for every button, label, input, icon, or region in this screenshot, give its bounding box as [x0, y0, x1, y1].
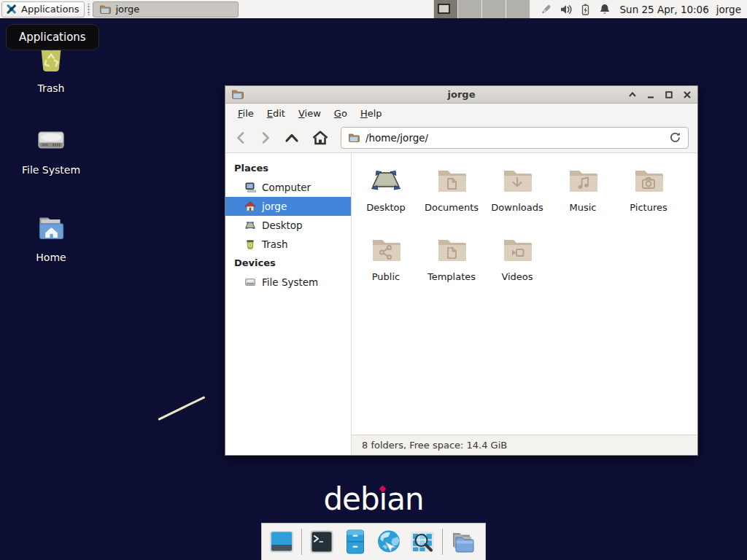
toolbar	[225, 122, 697, 153]
file-item-music[interactable]: Music	[551, 160, 615, 230]
folder-pictures-icon	[631, 163, 666, 198]
desktop-icon-label: Home	[36, 252, 66, 263]
reload-icon[interactable]	[669, 131, 681, 144]
sidebar-item-trash[interactable]: Trash	[225, 235, 351, 254]
desktop-icon-label: File System	[22, 164, 80, 176]
workspace-4[interactable]	[506, 0, 530, 18]
harddrive-icon	[33, 122, 69, 159]
applications-tooltip: Applications	[6, 24, 99, 50]
statusbar: 8 folders, Free space: 14.4 GiB	[352, 435, 697, 455]
file-item-desktop[interactable]: Desktop	[354, 160, 418, 230]
folder-videos-icon	[500, 233, 535, 268]
web-browser-icon[interactable]	[375, 528, 403, 556]
sidebar-header-places: Places	[225, 159, 351, 178]
notifications-bell-icon[interactable]	[598, 3, 611, 16]
workspace-3[interactable]	[482, 0, 506, 18]
menubar: File Edit View Go Help	[225, 104, 697, 122]
file-item-documents[interactable]: Documents	[419, 160, 484, 230]
sidebar-header-devices: Devices	[225, 254, 351, 273]
menu-go[interactable]: Go	[328, 105, 354, 122]
taskbar-folder-icon	[99, 4, 111, 15]
application-finder-icon[interactable]	[409, 528, 436, 556]
workspace-window-thumb	[438, 4, 450, 14]
workspace-2[interactable]	[458, 0, 482, 18]
debian-logo: debıan	[0, 481, 747, 517]
desktop-icon-home[interactable]: Home	[13, 210, 89, 263]
folder-downloads-icon	[500, 163, 535, 198]
file-item-templates[interactable]: Templates	[419, 230, 484, 299]
home-folder-icon	[33, 210, 69, 246]
up-button[interactable]	[284, 131, 300, 145]
statusbar-text: 8 folders, Free space: 14.4 GiB	[362, 440, 507, 451]
maximize-button[interactable]	[665, 90, 673, 99]
desktop-icon	[244, 219, 256, 231]
dock-separator	[442, 529, 443, 555]
dock-separator	[301, 529, 302, 555]
desktop-special-icon	[368, 163, 403, 198]
harddrive-icon	[244, 276, 256, 288]
sidebar-item-computer[interactable]: Computer	[225, 178, 351, 197]
sidebar-item-jorge[interactable]: jorge	[225, 197, 351, 216]
workspace-1[interactable]	[434, 0, 458, 18]
terminal-icon[interactable]	[308, 528, 336, 556]
home-button[interactable]	[311, 130, 329, 146]
minimize-button[interactable]	[646, 90, 655, 99]
close-button[interactable]	[683, 90, 692, 99]
back-button[interactable]	[234, 131, 247, 145]
file-manager-icon[interactable]	[341, 528, 369, 556]
menu-edit[interactable]: Edit	[260, 105, 292, 122]
directory-menu-icon[interactable]	[449, 528, 476, 556]
trash-icon	[244, 238, 256, 250]
window-titlebar[interactable]: jorge	[225, 86, 697, 104]
file-manager-window: jorge File Edit View Go Help	[225, 85, 698, 456]
sidebar-item-file-system[interactable]: File System	[225, 273, 351, 292]
folder-documents-icon	[434, 163, 469, 198]
dock	[261, 523, 486, 560]
folder-public-icon	[368, 233, 403, 268]
desktop-icon-file-system[interactable]: File System	[13, 122, 89, 176]
workspace-switcher	[433, 0, 530, 18]
home-icon	[244, 201, 256, 212]
sidebar: Places Computer jorge	[225, 153, 352, 455]
desktop-icon-label: Trash	[38, 82, 65, 94]
panel-handle[interactable]	[86, 4, 91, 15]
top-panel: Applications jorge	[0, 0, 747, 20]
path-folder-icon	[348, 132, 360, 144]
wallpaper-line	[158, 396, 205, 421]
folder-music-icon	[565, 163, 600, 198]
folder-templates-icon	[434, 233, 469, 268]
system-tray	[539, 3, 611, 16]
menu-help[interactable]: Help	[354, 105, 389, 122]
menu-view[interactable]: View	[292, 105, 328, 122]
clock[interactable]: Sun 25 Apr, 10:06	[620, 4, 709, 15]
panel-username[interactable]: jorge	[716, 4, 741, 15]
sidebar-item-desktop[interactable]: Desktop	[225, 216, 351, 235]
file-item-public[interactable]: Public	[354, 230, 418, 299]
forward-button[interactable]	[259, 131, 272, 145]
stylus-icon[interactable]	[539, 3, 553, 16]
menu-file[interactable]: File	[231, 105, 260, 122]
desktop-launcher-icon[interactable]	[268, 528, 295, 556]
debian-logo-text: deb	[323, 481, 379, 517]
applications-menu-button[interactable]: Applications	[1, 1, 85, 18]
path-bar[interactable]	[341, 127, 689, 149]
computer-icon	[244, 182, 256, 193]
desktop-surface[interactable]: Trash File System Home debıan	[0, 0, 747, 560]
taskbar-window-button[interactable]: jorge	[93, 1, 239, 18]
file-item-pictures[interactable]: Pictures	[616, 160, 681, 230]
path-input[interactable]	[365, 132, 663, 144]
window-title: jorge	[225, 89, 697, 100]
file-item-downloads[interactable]: Downloads	[485, 160, 549, 230]
file-item-videos[interactable]: Videos	[485, 230, 549, 299]
shade-button[interactable]	[628, 90, 637, 99]
volume-icon[interactable]	[560, 3, 573, 16]
battery-charging-icon[interactable]	[579, 3, 592, 16]
applications-menu-icon	[5, 3, 18, 15]
file-grid[interactable]: Desktop Documents	[352, 153, 697, 435]
